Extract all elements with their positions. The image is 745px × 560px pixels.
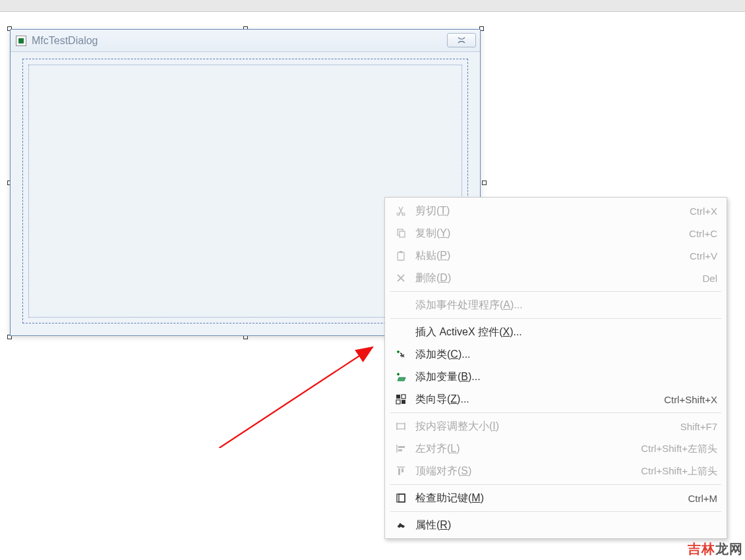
watermark-part1: 吉林 [688,542,715,556]
menu-item-label: 添加变量(B)... [415,370,717,384]
class-wizard-icon [392,392,410,406]
menu-item-label: 粘贴(P) [415,249,690,263]
align-top-icon [392,464,410,478]
svg-rect-4 [400,231,405,237]
menu-item[interactable]: 添加变量(B)... [386,366,725,388]
menu-icon-blank [392,325,410,339]
menu-separator [390,511,721,512]
menu-item-shortcut: Ctrl+Shift+上箭头 [641,465,717,478]
context-menu[interactable]: 剪切(T)Ctrl+X复制(Y)Ctrl+C粘贴(P)Ctrl+V删除(D)De… [384,197,727,539]
svg-rect-12 [398,446,405,448]
menu-separator [390,291,721,292]
menu-item-label: 左对齐(L) [415,442,641,456]
menu-item-label: 剪切(T) [415,204,690,218]
watermark: 吉林龙网 [688,540,743,558]
watermark-part2: 龙网 [715,542,743,556]
properties-icon [392,518,410,532]
menu-item-shortcut: Ctrl+C [689,228,717,239]
menu-item-shortcut: Shift+F7 [680,421,717,432]
annotation-arrow [191,329,415,448]
menu-item-label: 添加事件处理程序(A)... [415,298,717,312]
svg-point-1 [397,213,400,215]
menu-item[interactable]: 插入 ActiveX 控件(X)... [386,321,725,343]
menu-item: 按内容调整大小(I)Shift+F7 [386,415,725,437]
menu-item: 删除(D)Del [386,267,725,289]
menu-item: 剪切(T)Ctrl+X [386,200,725,222]
menu-item-label: 插入 ActiveX 控件(X)... [415,325,717,339]
menu-item-label: 顶端对齐(S) [415,464,641,478]
menu-item: 顶端对齐(S)Ctrl+Shift+上箭头 [386,460,725,482]
paste-icon [392,248,410,263]
close-button[interactable] [447,33,476,47]
selection-handle[interactable] [482,181,487,185]
svg-point-2 [402,213,405,215]
svg-rect-14 [398,468,400,475]
svg-rect-6 [400,251,402,253]
svg-rect-10 [402,400,405,404]
svg-rect-11 [397,424,405,429]
add-class-icon [392,347,410,362]
menu-item-shortcut: Ctrl+Shift+左箭头 [641,443,717,455]
resize-icon [392,419,410,434]
mnemonics-icon [392,491,410,505]
menu-item: 粘贴(P)Ctrl+V [386,244,725,267]
menu-item-label: 按内容调整大小(I) [415,420,680,434]
menu-item: 左对齐(L)Ctrl+Shift+左箭头 [386,437,725,460]
menu-item[interactable]: 添加类(C)... [386,343,725,366]
svg-rect-9 [396,400,400,404]
svg-rect-13 [398,449,402,451]
menu-item-shortcut: Del [702,273,717,284]
close-icon [457,36,466,44]
menu-item: 复制(Y)Ctrl+C [386,222,725,244]
menu-icon-blank [392,298,410,312]
cut-icon [392,204,410,218]
menu-item-label: 检查助记键(M) [415,491,688,505]
copy-icon [392,226,410,240]
dialog-title: MfcTestDialog [32,35,98,47]
menu-separator [390,412,721,413]
svg-rect-5 [398,252,404,260]
menu-item-label: 属性(R) [415,518,717,532]
menu-item-label: 复制(Y) [415,227,689,240]
menu-item[interactable]: 属性(R) [386,514,725,536]
menu-item[interactable]: 检查助记键(M)Ctrl+M [386,487,725,509]
menu-separator [390,318,721,319]
ruler-top [0,0,745,12]
align-left-icon [392,441,410,456]
menu-separator [390,484,721,485]
delete-icon [392,271,410,285]
svg-rect-17 [399,494,405,502]
menu-item-label: 删除(D) [415,271,702,285]
svg-rect-16 [397,494,405,502]
svg-rect-15 [402,468,403,472]
add-variable-icon [392,370,410,384]
menu-item: 添加事件处理程序(A)... [386,294,725,316]
menu-item-label: 类向导(Z)... [415,393,664,406]
svg-rect-8 [402,395,405,399]
menu-item-shortcut: Ctrl+M [688,493,717,504]
menu-item-label: 添加类(C)... [415,348,717,362]
menu-item-shortcut: Ctrl+V [690,250,717,262]
menu-item[interactable]: 类向导(Z)...Ctrl+Shift+X [386,388,725,410]
dialog-app-icon [16,36,26,46]
svg-rect-7 [396,395,400,399]
dialog-titlebar[interactable]: MfcTestDialog [11,30,480,52]
svg-line-0 [220,347,373,448]
menu-item-shortcut: Ctrl+X [690,206,717,217]
menu-item-shortcut: Ctrl+Shift+X [664,394,717,405]
